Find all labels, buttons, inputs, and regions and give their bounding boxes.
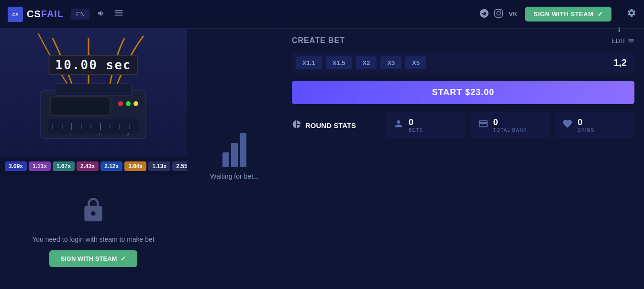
total-bank-stat-card: 0 TOTAL BANK	[470, 112, 550, 139]
game-area: 1 2 3 10.00 sec	[0, 29, 187, 158]
svg-rect-2	[0, 29, 187, 158]
svg-rect-9	[48, 119, 139, 134]
svg-text:3: 3	[127, 132, 129, 137]
svg-text:2: 2	[98, 132, 100, 137]
multiplier-badge-3[interactable]: 2.43x	[77, 161, 99, 171]
main-content: 1 2 3 10.00 sec 3.09x 1.11x 1.67x 2.43x …	[0, 29, 644, 289]
login-area: You need to login with steam to make bet…	[0, 175, 187, 289]
bar-3	[240, 133, 246, 167]
bets-value: 0	[409, 118, 423, 128]
multiplier-x2[interactable]: X2	[356, 56, 377, 69]
round-stats-label: ROUND STATS	[305, 121, 356, 129]
multiplier-badge-7[interactable]: 2.55x	[172, 161, 187, 171]
bar-2	[231, 143, 238, 167]
multiplier-row: 3.09x 1.11x 1.67x 2.43x 2.12x 3.64x 1.13…	[0, 158, 187, 175]
sign-steam-label: SIGN WITH STEAM	[533, 11, 593, 18]
heart-icon	[562, 118, 573, 132]
logo-icon: CS	[8, 7, 23, 22]
edit-label: EDIT	[611, 37, 626, 44]
round-stats-title: ROUND STATS	[292, 119, 378, 131]
skins-stat-card: 0 SKINS	[555, 112, 634, 139]
svg-point-8	[133, 101, 138, 106]
right-panel: CREATE BET EDIT X1.1 X1.5 X2 X3 X5 START…	[282, 29, 644, 289]
instagram-icon[interactable]	[494, 9, 503, 20]
svg-text:1: 1	[69, 132, 72, 137]
money-icon	[478, 118, 489, 132]
telegram-icon[interactable]	[480, 9, 489, 20]
svg-rect-5	[50, 97, 110, 115]
mute-button[interactable]	[97, 9, 106, 20]
bets-label: BETS	[409, 128, 423, 133]
multiplier-x1-5[interactable]: X1.5	[326, 56, 352, 69]
settings-button[interactable]	[627, 8, 636, 20]
multiplier-x1-1[interactable]: X1.1	[296, 56, 322, 69]
create-bet-title: CREATE BET	[292, 36, 345, 45]
waiting-text: Waiting for bet...	[210, 172, 258, 180]
login-message: You need to login with steam to make bet	[32, 235, 155, 245]
edit-button[interactable]: EDIT	[611, 37, 634, 44]
bank-stat-info: 0 TOTAL BANK	[493, 118, 527, 133]
multiplier-badge-0[interactable]: 3.09x	[5, 161, 27, 171]
multiplier-x3[interactable]: X3	[380, 56, 401, 69]
sign-with-steam-main-button[interactable]: SIGN WITH STEAM ✓	[49, 250, 138, 267]
center-panel: Waiting for bet...	[187, 29, 282, 289]
start-bet-button[interactable]: START $23.00	[292, 81, 634, 104]
bank-value: 0	[493, 118, 527, 128]
create-bet-header: CREATE BET EDIT	[292, 36, 634, 45]
left-panel: 1 2 3 10.00 sec 3.09x 1.11x 1.67x 2.43x …	[0, 29, 187, 289]
bet-value-input[interactable]	[430, 57, 631, 68]
multiplier-badge-2[interactable]: 1.67x	[53, 161, 75, 171]
multiplier-badge-5[interactable]: 3.64x	[124, 161, 146, 171]
svg-text:CS: CS	[12, 12, 19, 17]
language-button[interactable]: EN	[71, 9, 89, 20]
multiplier-badge-4[interactable]: 2.12x	[100, 161, 122, 171]
svg-rect-3	[41, 91, 146, 139]
sign-with-steam-button[interactable]: SIGN WITH STEAM ✓	[525, 7, 611, 21]
logo[interactable]: CS CSFAIL	[8, 7, 64, 22]
skins-value: 0	[577, 118, 594, 128]
lock-icon	[80, 197, 107, 229]
social-icons: VK	[480, 9, 517, 20]
header-left: CS CSFAIL EN	[8, 7, 124, 22]
sign-steam-main-label: SIGN WITH STEAM	[61, 255, 117, 262]
bar-chart	[222, 138, 246, 167]
bet-controls: X1.1 X1.5 X2 X3 X5	[292, 53, 634, 73]
vk-icon[interactable]: VK	[509, 11, 517, 18]
svg-point-6	[118, 101, 123, 106]
bets-stat-card: 0 BETS	[386, 112, 466, 139]
round-stats: ROUND STATS 0 BETS	[292, 112, 634, 139]
svg-point-7	[126, 101, 131, 106]
stats-cards: 0 BETS 0 TOTAL BANK	[386, 112, 634, 139]
svg-rect-4	[55, 84, 132, 96]
checkmark-main-icon: ✓	[121, 255, 126, 262]
skins-label: SKINS	[577, 128, 594, 133]
pie-chart-icon	[292, 119, 301, 131]
multiplier-badge-1[interactable]: 1.11x	[29, 161, 51, 171]
bank-label: TOTAL BANK	[493, 128, 527, 133]
skins-stat-info: 0 SKINS	[577, 118, 594, 133]
logo-text: CSFAIL	[27, 9, 64, 20]
header: CS CSFAIL EN	[0, 0, 644, 29]
nav-menu-button[interactable]	[113, 8, 124, 21]
multiplier-badge-6[interactable]: 1.13x	[148, 161, 170, 171]
multiplier-x5[interactable]: X5	[405, 56, 426, 69]
checkmark-icon: ✓	[598, 11, 603, 18]
bar-1	[222, 152, 229, 167]
bets-stat-info: 0 BETS	[409, 118, 423, 133]
timer-display: 10.00 sec	[49, 55, 138, 75]
person-icon	[393, 118, 404, 132]
header-right: VK SIGN WITH STEAM ✓ ↓	[480, 7, 636, 21]
